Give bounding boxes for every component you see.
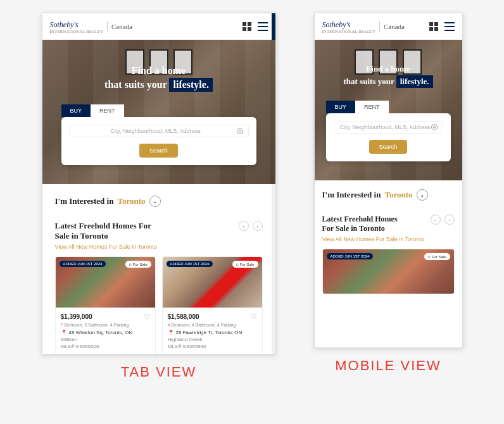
sale-badge: For Sale [125,261,151,268]
heart-icon[interactable]: ♡ [144,313,150,321]
brand-country: Canada [384,23,405,30]
listing-image: ADDED JUN 1ST 2024 For Sale [56,257,155,308]
hero: Find a home that suits your lifestyle. B… [42,40,275,184]
interest-prefix: I'm Interested in [55,196,114,206]
mls: MLS® E8396026 [61,344,150,349]
searchbox: City, Neighbourhood, MLS, Address Search [326,113,451,161]
listing-card[interactable]: ADDED JUN 1ST 2024 For Sale [322,249,455,294]
search-input[interactable]: City, Neighbourhood, MLS, Address [75,128,237,134]
brand[interactable]: Sotheby's INTERNATIONAL REALTY Canada [50,18,132,34]
mobile-device: Sotheby's INTERNATIONAL REALTY Canada Fi… [314,13,463,348]
hero-line2: that suits your lifestyle. [52,78,266,92]
sale-badge: For Sale [424,253,450,260]
topbar: Sotheby's INTERNATIONAL REALTY Canada [42,13,275,40]
tab-buy[interactable]: BUY [61,104,91,117]
content: I'm Interested in Toronto ⌄ Latest Freeh… [42,184,275,354]
neighborhood: Milliken [61,337,150,342]
specs: 7 Bedroom, 5 Bathroom, 4 Parking [61,323,150,327]
carousel-prev[interactable]: ‹ [431,215,441,225]
address: 48 Wharton Sq, Toronto, ON [69,330,133,335]
section-title: Latest Freehold Homes For Sale in Toront… [322,215,398,234]
brand-sub: INTERNATIONAL REALTY [50,30,103,34]
listing-card[interactable]: ADDED JUN 1ST 2024 For Sale $1,588,000 ♡… [162,256,263,354]
listing-card[interactable]: ADDED JUN 1ST 2024 For Sale $1,399,000 ♡… [55,256,156,354]
hero-highlight: lifestyle. [169,78,212,92]
date-badge: ADDED JUN 1ST 2024 [167,261,213,267]
brand-country: Canada [111,23,132,30]
carousel-nav: ‹ › [431,215,455,225]
brand-sub: INTERNATIONAL REALTY [322,30,375,34]
qr-icon[interactable] [429,22,438,31]
cards-row: ADDED JUN 1ST 2024 For Sale $1,399,000 ♡… [55,256,263,354]
hero-line2-pre: that suits your [104,79,167,90]
view-all-link[interactable]: View All New Homes For Sale in Toronto [322,236,431,242]
listing-image: ADDED JUN 1ST 2024 For Sale [163,257,262,308]
specs: 4 Bedroom, 4 Bathroom, 4 Parking [168,323,257,327]
interest-city[interactable]: Toronto [117,196,145,206]
interest-row: I'm Interested in Toronto ⌄ [322,189,455,201]
tab-rent[interactable]: RENT [91,104,124,117]
qr-icon[interactable] [243,22,251,31]
topbar: Sotheby's INTERNATIONAL REALTY Canada [315,13,462,40]
address: 28 Fawnridge Tr, Toronto, ON [176,330,243,335]
search-tabs: BUY RENT [61,104,266,117]
view-all-link[interactable]: View All New Homes For Sale in Toronto [55,244,207,250]
search-input[interactable]: City, Neighbourhood, MLS, Address [339,124,431,130]
hero-line2-pre: that suits your [343,77,394,86]
hero-highlight: lifestyle. [396,75,433,88]
interest-city[interactable]: Toronto [384,190,412,200]
chevron-down-icon[interactable]: ⌄ [149,196,161,207]
section-header: Latest Freehold Homes For Sale in Toront… [55,221,263,250]
pin-icon: 📍 [168,330,174,335]
menu-icon[interactable] [258,22,268,31]
carousel-next[interactable]: › [253,221,263,231]
mls: MLS® E8395946 [168,344,257,349]
hero-line2: that suits your lifestyle. [321,75,456,88]
brand[interactable]: Sotheby's INTERNATIONAL REALTY Canada [322,18,405,34]
search-button[interactable]: Search [369,140,408,154]
tab-rent[interactable]: RENT [355,101,389,113]
search-tabs: BUY RENT [326,101,456,113]
search-input-wrap[interactable]: City, Neighbourhood, MLS, Address [69,125,249,137]
carousel-next[interactable]: › [444,215,455,225]
cards-row: ADDED JUN 1ST 2024 For Sale [322,249,455,294]
tab-view-label: TAB VIEW [121,364,197,380]
date-badge: ADDED JUN 1ST 2024 [327,253,374,259]
mobile-view-label: MOBILE VIEW [335,358,441,374]
tab-device: Sotheby's INTERNATIONAL REALTY Canada Fi… [42,13,276,354]
search-button[interactable]: Search [139,144,178,158]
carousel-prev[interactable]: ‹ [239,221,249,231]
content: I'm Interested in Toronto ⌄ Latest Freeh… [315,180,462,303]
chevron-down-icon[interactable]: ⌄ [417,189,428,201]
interest-row: I'm Interested in Toronto ⌄ [55,196,263,207]
brand-divider [379,21,380,32]
neighborhood: Highland Creek [168,337,257,342]
search-input-wrap[interactable]: City, Neighbourhood, MLS, Address [334,121,443,134]
price: $1,399,000 [61,313,92,320]
pin-icon: 📍 [61,330,67,335]
section-title: Latest Freehold Homes For Sale in Toront… [55,221,161,241]
menu-icon[interactable] [444,22,455,31]
brand-name: Sotheby's [322,20,351,29]
carousel-nav: ‹ › [239,221,263,231]
price: $1,588,000 [168,313,199,320]
brand-divider [107,21,108,32]
hero-line1: Find a home [321,64,456,74]
interest-prefix: I'm Interested in [322,190,381,200]
searchbox: City, Neighbourhood, MLS, Address Search [61,117,256,165]
sale-badge: For Sale [232,261,258,268]
brand-name: Sotheby's [50,20,79,29]
tab-buy[interactable]: BUY [326,101,356,113]
location-icon[interactable] [237,128,243,134]
heart-icon[interactable]: ♡ [251,313,257,321]
hero-line1: Find a home [52,65,266,77]
hero: Find a home that suits your lifestyle. B… [315,40,462,180]
listing-image: ADDED JUN 1ST 2024 For Sale [323,249,454,294]
location-icon[interactable] [431,124,438,130]
date-badge: ADDED JUN 1ST 2024 [60,261,106,267]
section-header: Latest Freehold Homes For Sale in Toront… [322,215,455,242]
